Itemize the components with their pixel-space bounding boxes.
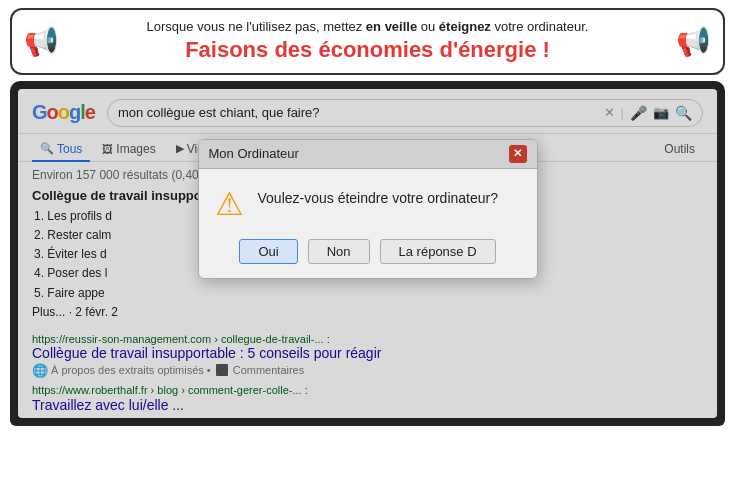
dialog-overlay: Mon Ordinateur ✕ ⚠ Voulez-vous éteindre … (18, 89, 717, 418)
dialog-title-bar: Mon Ordinateur ✕ (199, 140, 537, 169)
megaphone-right-icon: 📢 (676, 25, 711, 58)
dialog-no-button[interactable]: Non (308, 239, 370, 264)
dialog-close-button[interactable]: ✕ (509, 145, 527, 163)
browser-frame: Google mon collègue est chiant, que fair… (10, 81, 725, 426)
warning-icon: ⚠ (215, 185, 244, 223)
browser-content: Google mon collègue est chiant, que fair… (18, 89, 717, 418)
megaphone-left-icon: 📢 (24, 25, 59, 58)
energy-banner: 📢 Lorsque vous ne l'utilisez pas, mettez… (10, 8, 725, 75)
banner-line1: Lorsque vous ne l'utilisez pas, mettez e… (69, 18, 666, 36)
banner-text: Lorsque vous ne l'utilisez pas, mettez e… (69, 18, 666, 65)
dialog-answer-d-button[interactable]: La réponse D (380, 239, 496, 264)
banner-line2: Faisons des économies d'énergie ! (69, 36, 666, 65)
dialog-title: Mon Ordinateur (209, 146, 299, 161)
dialog-buttons: Oui Non La réponse D (199, 233, 537, 278)
dialog-message: Voulez-vous éteindre votre ordinateur? (258, 185, 498, 209)
dialog-body: ⚠ Voulez-vous éteindre votre ordinateur? (199, 169, 537, 233)
dialog-box: Mon Ordinateur ✕ ⚠ Voulez-vous éteindre … (198, 139, 538, 279)
dialog-yes-button[interactable]: Oui (239, 239, 297, 264)
